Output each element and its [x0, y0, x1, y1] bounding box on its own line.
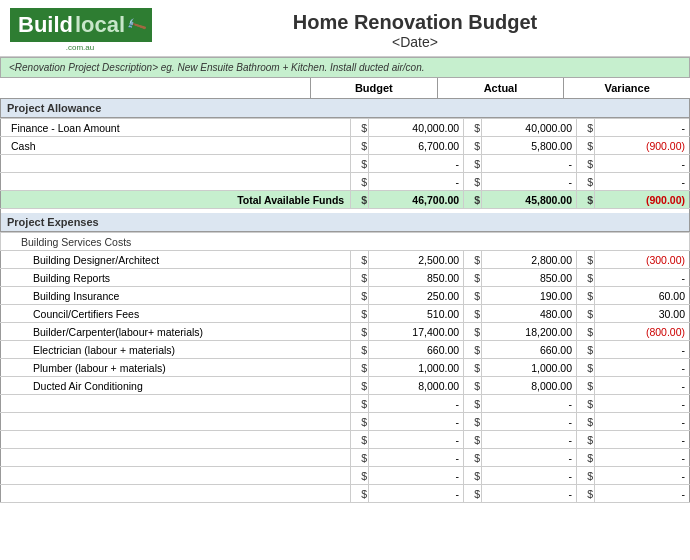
- actual-dollar: $: [464, 485, 482, 503]
- row-label: [1, 155, 351, 173]
- actual-amount: 480.00: [482, 305, 577, 323]
- table-row: Cash $ 6,700.00 $ 5,800.00 $ (900.00): [1, 137, 690, 155]
- budget-amount: -: [369, 155, 464, 173]
- table-row: $ - $ - $ -: [1, 155, 690, 173]
- actual-dollar: $: [464, 413, 482, 431]
- budget-dollar: $: [351, 377, 369, 395]
- variance-dollar: $: [577, 359, 595, 377]
- table-row: Electrician (labour + materials) $ 660.0…: [1, 341, 690, 359]
- row-label: Electrician (labour + materials): [1, 341, 351, 359]
- variance-amount: -: [595, 269, 690, 287]
- budget-dollar: $: [351, 485, 369, 503]
- variance-dollar: $: [577, 449, 595, 467]
- budget-amount: -: [369, 173, 464, 191]
- logo: Buildlocal 🔨: [10, 8, 152, 42]
- actual-dollar: $: [464, 431, 482, 449]
- row-label: [1, 467, 351, 485]
- table-row: Builder/Carpenter(labour+ materials) $ 1…: [1, 323, 690, 341]
- variance-amount: (800.00): [595, 323, 690, 341]
- budget-dollar: $: [351, 155, 369, 173]
- budget-amount: 2,500.00: [369, 251, 464, 269]
- variance-dollar: $: [577, 119, 595, 137]
- row-label: Council/Certifiers Fees: [1, 305, 351, 323]
- row-label: Finance - Loan Amount: [1, 119, 351, 137]
- variance-amount: 30.00: [595, 305, 690, 323]
- actual-dollar: $: [464, 119, 482, 137]
- actual-amount: -: [482, 449, 577, 467]
- total-row: Total Available Funds $ 46,700.00 $ 45,8…: [1, 191, 690, 209]
- total-actual-amount: 45,800.00: [482, 191, 577, 209]
- variance-amount: -: [595, 485, 690, 503]
- variance-dollar: $: [577, 413, 595, 431]
- variance-amount: -: [595, 155, 690, 173]
- variance-amount: -: [595, 119, 690, 137]
- table-row: $ - $ - $ -: [1, 395, 690, 413]
- variance-amount: -: [595, 395, 690, 413]
- actual-amount: 5,800.00: [482, 137, 577, 155]
- budget-amount: -: [369, 467, 464, 485]
- actual-amount: -: [482, 413, 577, 431]
- hammer-icon: 🔨: [124, 14, 147, 36]
- table-row: Building Reports $ 850.00 $ 850.00 $ -: [1, 269, 690, 287]
- actual-amount: 660.00: [482, 341, 577, 359]
- actual-dollar: $: [464, 305, 482, 323]
- row-label: Building Designer/Architect: [1, 251, 351, 269]
- col-empty: [0, 78, 310, 98]
- budget-amount: 17,400.00: [369, 323, 464, 341]
- variance-dollar: $: [577, 287, 595, 305]
- date-label: <Date>: [150, 34, 680, 50]
- variance-amount: -: [595, 431, 690, 449]
- actual-dollar: $: [464, 341, 482, 359]
- budget-amount: -: [369, 449, 464, 467]
- variance-dollar: $: [577, 485, 595, 503]
- actual-amount: -: [482, 395, 577, 413]
- variance-amount: -: [595, 377, 690, 395]
- row-label: Builder/Carpenter(labour+ materials): [1, 323, 351, 341]
- col-variance-label: Variance: [563, 78, 690, 98]
- budget-dollar: $: [351, 323, 369, 341]
- table-row: $ - $ - $ -: [1, 449, 690, 467]
- logo-container: Buildlocal 🔨 .com.au: [10, 8, 150, 52]
- allowance-table: Finance - Loan Amount $ 40,000.00 $ 40,0…: [0, 118, 690, 209]
- actual-dollar: $: [464, 137, 482, 155]
- budget-amount: -: [369, 431, 464, 449]
- variance-amount: -: [595, 413, 690, 431]
- project-allowance-header: Project Allowance: [0, 99, 690, 118]
- row-label: Plumber (labour + materials): [1, 359, 351, 377]
- variance-amount: (900.00): [595, 137, 690, 155]
- logo-build-text: Build: [18, 12, 73, 38]
- table-row: $ - $ - $ -: [1, 431, 690, 449]
- row-label: [1, 449, 351, 467]
- actual-amount: 1,000.00: [482, 359, 577, 377]
- variance-amount: -: [595, 449, 690, 467]
- variance-dollar: $: [577, 377, 595, 395]
- budget-dollar: $: [351, 251, 369, 269]
- project-expenses-header: Project Expenses: [0, 213, 690, 232]
- row-label: Building Reports: [1, 269, 351, 287]
- row-label: [1, 413, 351, 431]
- budget-dollar: $: [351, 467, 369, 485]
- budget-dollar: $: [351, 431, 369, 449]
- budget-amount: 510.00: [369, 305, 464, 323]
- budget-dollar: $: [351, 119, 369, 137]
- budget-dollar: $: [351, 413, 369, 431]
- actual-amount: 40,000.00: [482, 119, 577, 137]
- table-row: $ - $ - $ -: [1, 467, 690, 485]
- actual-amount: 18,200.00: [482, 323, 577, 341]
- actual-dollar: $: [464, 173, 482, 191]
- variance-amount: -: [595, 359, 690, 377]
- budget-dollar: $: [351, 305, 369, 323]
- col-budget-label: Budget: [310, 78, 437, 98]
- header: Buildlocal 🔨 .com.au Home Renovation Bud…: [0, 0, 690, 57]
- page-title: Home Renovation Budget: [150, 11, 680, 34]
- col-actual-label: Actual: [437, 78, 564, 98]
- budget-dollar: $: [351, 287, 369, 305]
- variance-dollar: $: [577, 323, 595, 341]
- budget-dollar: $: [351, 395, 369, 413]
- variance-dollar: $: [577, 341, 595, 359]
- budget-amount: -: [369, 395, 464, 413]
- actual-amount: 8,000.00: [482, 377, 577, 395]
- actual-dollar: $: [464, 287, 482, 305]
- actual-amount: 190.00: [482, 287, 577, 305]
- total-actual-dollar: $: [464, 191, 482, 209]
